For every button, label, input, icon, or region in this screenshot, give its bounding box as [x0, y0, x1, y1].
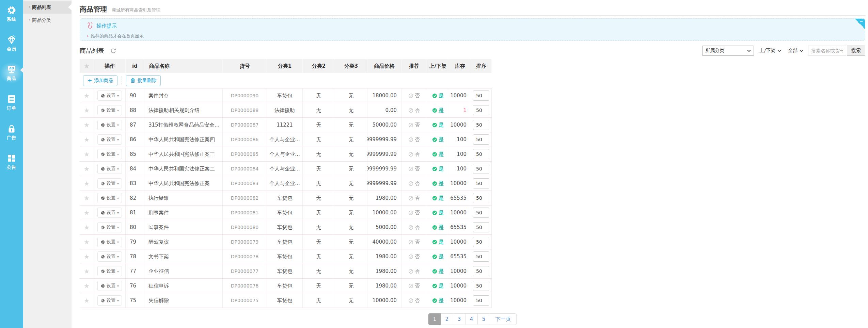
check-circle-icon	[432, 137, 437, 142]
column-header-cat2: 分类2	[303, 59, 335, 73]
row-settings-button[interactable]: 设置 ▾	[97, 164, 122, 174]
refresh-icon[interactable]	[110, 48, 116, 54]
column-header-stock: 库存	[449, 59, 471, 73]
scope-filter-select[interactable]: 全部	[786, 46, 805, 56]
favorite-star-icon[interactable]: ★	[84, 136, 90, 143]
favorite-cell: ★	[80, 176, 94, 191]
sidebar-item-ads[interactable]: 广告	[0, 121, 23, 143]
row-settings-button[interactable]: 设置 ▾	[97, 105, 122, 115]
sidebar-item-notice[interactable]: 公告	[0, 151, 23, 173]
sort-input[interactable]	[473, 266, 489, 276]
sidebar-item-member[interactable]: 会员	[0, 32, 23, 54]
product-price: 50000.00	[367, 118, 401, 132]
sidebar-item-product[interactable]: AD 商品	[0, 62, 23, 84]
table-row: ★ 设置 ▾ 79 醉驾复议 DP0000079 车贷包 无 无 40000.0…	[80, 235, 492, 249]
favorite-star-icon[interactable]: ★	[84, 224, 90, 231]
submenu-item-product-list[interactable]: ·商品列表	[23, 1, 72, 14]
sort-input[interactable]	[473, 251, 489, 262]
page-button-3[interactable]: 3	[453, 313, 465, 325]
category1: 个人与企业...	[267, 132, 303, 147]
product-price: 99999999.99	[367, 176, 401, 191]
alert-collapse-button[interactable]: −	[855, 19, 865, 29]
table-row: ★ 设置 ▾ 80 民事案件 DP0000080 车贷包 无 无 5000.00…	[80, 220, 492, 235]
category1: 车贷包	[267, 279, 303, 293]
favorite-star-icon[interactable]: ★	[84, 92, 90, 99]
sort-input[interactable]	[473, 193, 489, 203]
search-input[interactable]	[808, 46, 846, 56]
caret-down-icon: ▾	[117, 123, 119, 127]
search-button[interactable]: 搜索	[847, 46, 865, 56]
row-settings-button[interactable]: 设置 ▾	[97, 91, 122, 101]
caret-down-icon: ▾	[117, 152, 119, 156]
favorite-star-icon[interactable]: ★	[84, 121, 90, 129]
ban-icon	[408, 298, 413, 303]
sort-input[interactable]	[473, 178, 489, 188]
row-settings-button[interactable]: 设置 ▾	[97, 193, 122, 203]
product-name: 文书下架	[144, 249, 223, 264]
actions-cell: 设置 ▾	[94, 220, 126, 234]
row-settings-button[interactable]: 设置 ▾	[97, 134, 122, 145]
sort-input[interactable]	[473, 105, 489, 115]
favorite-star-icon[interactable]: ★	[84, 180, 90, 187]
sort-input[interactable]	[473, 208, 489, 218]
row-settings-button[interactable]: 设置 ▾	[97, 208, 122, 218]
favorite-star-icon[interactable]: ★	[84, 106, 90, 114]
onsale-filter-select[interactable]: 上/下架	[757, 46, 783, 56]
column-header-sku: 货号	[223, 59, 267, 73]
sort-input[interactable]	[473, 134, 489, 145]
sidebar-item-orders[interactable]: 订单	[0, 92, 23, 113]
table-row: ★ 设置 ▾ 86 中华人民共和国宪法修正案四 DP0000086 个人与企业.…	[80, 132, 492, 147]
stock-value: 10000	[449, 206, 471, 220]
row-settings-button[interactable]: 设置 ▾	[97, 237, 122, 247]
favorite-star-icon[interactable]: ★	[84, 267, 90, 275]
row-settings-button[interactable]: 设置 ▾	[97, 281, 122, 291]
add-product-button[interactable]: + 添加商品	[83, 75, 117, 86]
submenu-item-product-category[interactable]: ·商品分类	[23, 14, 72, 27]
sidebar-item-system[interactable]: 系统	[0, 3, 23, 24]
favorite-star-icon[interactable]: ★	[84, 150, 90, 158]
category3: 无	[335, 118, 367, 132]
category2: 无	[303, 264, 335, 278]
stock-value: 100	[449, 147, 471, 161]
star-column-header-icon: ★	[84, 62, 90, 70]
next-page-button[interactable]: 下一页	[490, 313, 517, 325]
page-button-5[interactable]: 5	[477, 313, 490, 325]
row-settings-button[interactable]: 设置 ▾	[97, 266, 122, 276]
favorite-star-icon[interactable]: ★	[84, 253, 90, 260]
recommend-cell: 否	[401, 191, 427, 205]
product-id: 79	[126, 235, 144, 249]
favorite-star-icon[interactable]: ★	[84, 209, 90, 216]
page-button-4[interactable]: 4	[465, 313, 478, 325]
sort-input[interactable]	[473, 120, 489, 130]
row-settings-button[interactable]: 设置 ▾	[97, 178, 122, 188]
check-circle-icon	[432, 269, 437, 274]
favorite-star-icon[interactable]: ★	[84, 297, 90, 304]
product-id: 84	[126, 162, 144, 176]
product-id: 75	[126, 293, 144, 308]
row-settings-button[interactable]: 设置 ▾	[97, 251, 122, 262]
category3: 无	[335, 220, 367, 234]
favorite-star-icon[interactable]: ★	[84, 194, 90, 202]
sort-input[interactable]	[473, 237, 489, 247]
row-settings-button[interactable]: 设置 ▾	[97, 295, 122, 306]
sort-input[interactable]	[473, 295, 489, 306]
bulk-delete-button[interactable]: 批量删除	[126, 75, 161, 86]
sort-input[interactable]	[473, 149, 489, 159]
table-row: ★ 设置 ▾ 77 企业征信 DP0000077 车贷包 无 无 1980.00…	[80, 264, 492, 279]
page-button-2[interactable]: 2	[441, 313, 453, 325]
row-settings-button[interactable]: 设置 ▾	[97, 149, 122, 159]
row-settings-button[interactable]: 设置 ▾	[97, 222, 122, 232]
sort-input[interactable]	[473, 222, 489, 232]
favorite-star-icon[interactable]: ★	[84, 282, 90, 290]
check-circle-icon	[432, 196, 437, 201]
sort-input[interactable]	[473, 281, 489, 291]
ban-icon	[408, 240, 413, 245]
row-settings-button[interactable]: 设置 ▾	[97, 120, 122, 130]
favorite-star-icon[interactable]: ★	[84, 165, 90, 173]
sort-input[interactable]	[473, 164, 489, 174]
page-button-1[interactable]: 1	[428, 313, 441, 325]
product-name: 中华人民共和国宪法修正案三	[144, 147, 223, 161]
sort-input[interactable]	[473, 91, 489, 101]
category-select[interactable]: 所属分类	[702, 46, 754, 56]
favorite-star-icon[interactable]: ★	[84, 238, 90, 246]
